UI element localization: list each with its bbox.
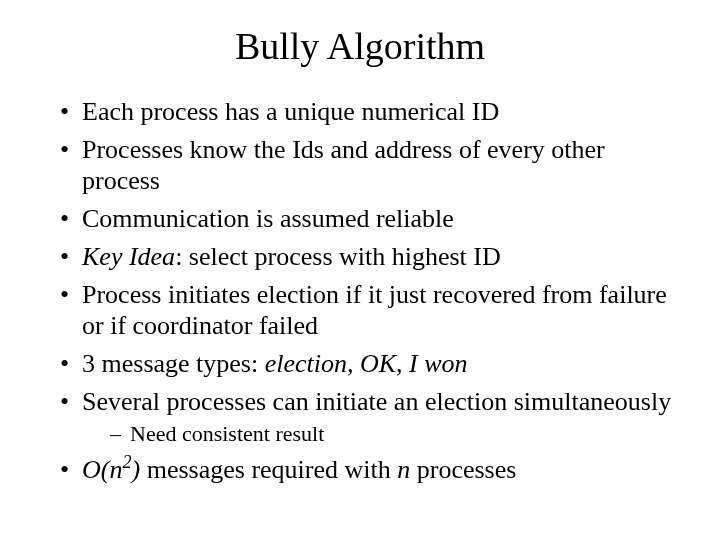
bullet-emph: election, OK, I won bbox=[265, 349, 468, 378]
bullet-text: Processes know the Ids and address of ev… bbox=[82, 135, 605, 196]
list-item: 3 message types: election, OK, I won bbox=[60, 348, 680, 380]
list-item: Key Idea: select process with highest ID bbox=[60, 241, 680, 273]
sub-list: Need consistent result bbox=[82, 421, 680, 448]
bullet-text: Several processes can initiate an electi… bbox=[82, 387, 671, 416]
list-item: Communication is assumed reliable bbox=[60, 203, 680, 235]
bullet-text: Process initiates election if it just re… bbox=[82, 280, 667, 341]
list-item: Processes know the Ids and address of ev… bbox=[60, 134, 680, 197]
list-item: Each process has a unique numerical ID bbox=[60, 96, 680, 128]
slide-title: Bully Algorithm bbox=[30, 24, 690, 68]
sub-list-item: Need consistent result bbox=[110, 421, 680, 448]
sub-bullet-text: Need consistent result bbox=[130, 421, 324, 446]
superscript: 2 bbox=[122, 453, 131, 473]
bullet-text: 3 message types: bbox=[82, 349, 265, 378]
bullet-text: : select process with highest ID bbox=[175, 242, 501, 271]
bullet-emph: n bbox=[397, 455, 410, 484]
list-item: Process initiates election if it just re… bbox=[60, 279, 680, 342]
slide: Bully Algorithm Each process has a uniqu… bbox=[0, 0, 720, 540]
math-text: ) bbox=[132, 455, 141, 484]
bullet-list: Each process has a unique numerical ID P… bbox=[30, 96, 690, 486]
bullet-text: processes bbox=[410, 455, 516, 484]
bullet-emph: Key Idea bbox=[82, 242, 175, 271]
list-item: O(n2) messages required with n processes bbox=[60, 454, 680, 486]
bullet-text: Communication is assumed reliable bbox=[82, 204, 454, 233]
bullet-text: messages required with bbox=[140, 455, 397, 484]
list-item: Several processes can initiate an electi… bbox=[60, 386, 680, 449]
bullet-emph: O(n2) bbox=[82, 455, 140, 484]
bullet-text: Each process has a unique numerical ID bbox=[82, 97, 499, 126]
math-text: O(n bbox=[82, 455, 122, 484]
